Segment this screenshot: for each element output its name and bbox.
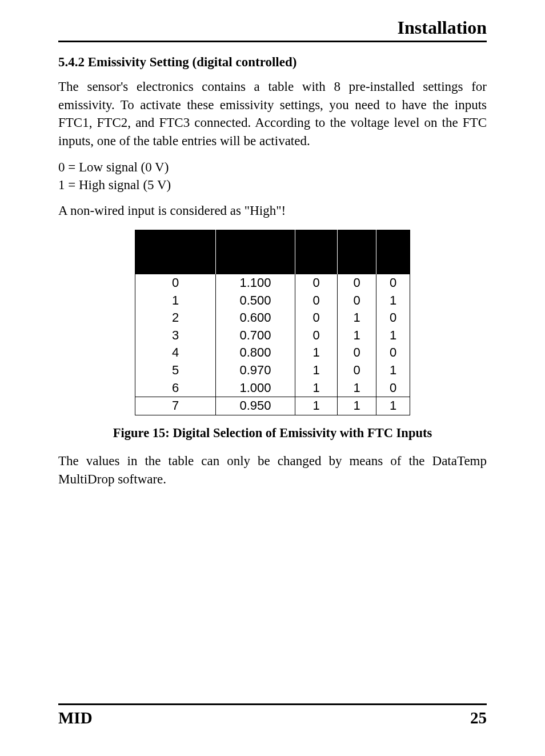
cell-entry: 3 [135,327,216,345]
cell-ftc1: 1 [295,344,338,362]
table-row: 30.700011 [135,327,410,345]
cell-emis: 1.100 [216,274,295,292]
legend-low: 0 = Low signal (0 V) [58,160,169,174]
cell-entry: 5 [135,362,216,379]
cell-emis: 0.500 [216,292,295,310]
cell-ftc2: 1 [338,397,376,415]
signal-legend: 0 = Low signal (0 V) 1 = High signal (5 … [58,158,487,194]
col-header-ftc1 [295,230,338,274]
table-row: 20.600010 [135,309,410,327]
cell-ftc2: 0 [338,344,376,362]
cell-ftc2: 0 [338,292,376,310]
cell-ftc2: 1 [338,309,376,327]
table-header-row [135,230,410,274]
cell-ftc2: 1 [338,379,376,397]
page: Installation 5.4.2 Emissivity Setting (d… [0,0,545,756]
cell-ftc3: 1 [376,362,410,379]
cell-ftc3: 0 [376,274,410,292]
note-nonwired: A non-wired input is considered as "High… [58,202,487,219]
cell-entry: 7 [135,397,216,415]
page-header: Installation [58,17,487,38]
col-header-ftc3 [376,230,410,274]
cell-emis: 0.700 [216,327,295,345]
cell-ftc2: 0 [338,274,376,292]
cell-entry: 2 [135,309,216,327]
section-heading: 5.4.2 Emissivity Setting (digital contro… [58,55,487,70]
cell-emis: 0.800 [216,344,295,362]
cell-ftc1: 1 [295,397,338,415]
table-row: 50.970101 [135,362,410,379]
table-row: 61.000110 [135,379,410,397]
header-rule [58,41,487,42]
cell-ftc2: 0 [338,362,376,379]
cell-ftc2: 1 [338,327,376,345]
cell-emis: 0.950 [216,397,295,415]
page-footer: MID 25 [58,703,487,727]
cell-ftc1: 0 [295,309,338,327]
cell-ftc1: 0 [295,327,338,345]
cell-ftc3: 0 [376,344,410,362]
cell-ftc1: 1 [295,379,338,397]
paragraph-after-table: The values in the table can only be chan… [58,452,487,488]
footer-rule [58,703,487,705]
table-row: 40.800100 [135,344,410,362]
cell-ftc1: 0 [295,274,338,292]
col-header-entry [135,230,216,274]
cell-ftc3: 0 [376,379,410,397]
table-row: 01.100000 [135,274,410,292]
cell-entry: 0 [135,274,216,292]
emissivity-table: 01.10000010.50000120.60001030.70001140.8… [135,230,410,415]
cell-ftc3: 1 [376,327,410,345]
legend-high: 1 = High signal (5 V) [58,178,171,192]
cell-emis: 0.600 [216,309,295,327]
footer-page-number: 25 [470,709,487,727]
figure-caption: Figure 15: Digital Selection of Emissivi… [58,426,487,441]
cell-ftc3: 1 [376,292,410,310]
cell-ftc1: 1 [295,362,338,379]
cell-ftc3: 0 [376,309,410,327]
col-header-ftc2 [338,230,376,274]
cell-ftc3: 1 [376,397,410,415]
footer-left: MID [58,709,93,727]
cell-ftc1: 0 [295,292,338,310]
cell-entry: 1 [135,292,216,310]
cell-emis: 0.970 [216,362,295,379]
paragraph-intro: The sensor's electronics contains a tabl… [58,78,487,150]
cell-entry: 4 [135,344,216,362]
cell-entry: 6 [135,379,216,397]
table-row: 70.950111 [135,397,410,415]
table-row: 10.500001 [135,292,410,310]
cell-emis: 1.000 [216,379,295,397]
col-header-emissivity [216,230,295,274]
